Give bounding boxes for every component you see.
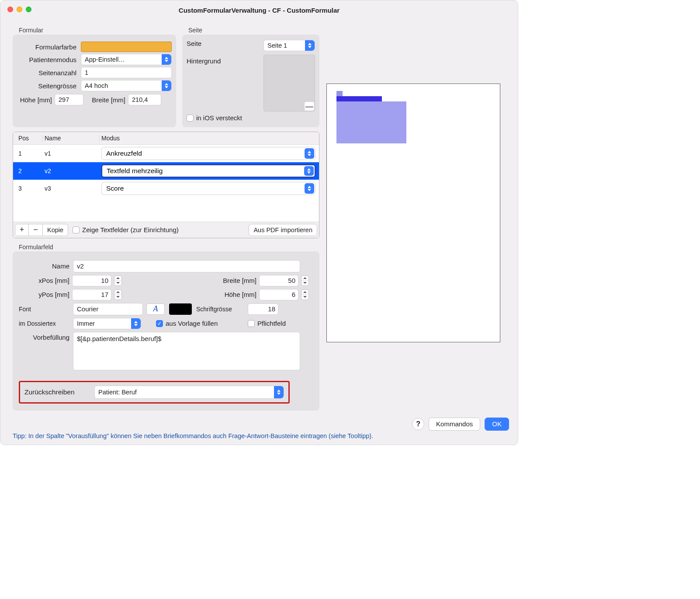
col-pos[interactable]: Pos — [17, 135, 43, 142]
feld-name-input[interactable]: v2 — [73, 260, 300, 272]
hintergrund-label: Hintergrund — [187, 57, 229, 65]
dialog-footer: ? Kommandos OK — [0, 414, 518, 432]
breite-label: Breite [mm] — [86, 96, 125, 104]
xpos-label: xPos [mm] — [19, 277, 69, 284]
cell-name: v2 — [43, 167, 100, 174]
window-title: CustomFormularVerwaltung - CF - CustomFo… — [179, 7, 340, 14]
chevrons-icon — [305, 148, 314, 159]
in-ios-checkbox[interactable]: in iOS versteckt — [187, 114, 242, 122]
seite-group: Seite Seite Seite 1 Hintergrund — — [182, 35, 319, 127]
kommandos-button[interactable]: Kommandos — [429, 418, 480, 431]
seitenanzahl-input[interactable]: 1 — [81, 67, 172, 78]
window-controls — [7, 7, 31, 12]
schriftgroesse-label: Schriftgrösse — [196, 306, 244, 313]
formular-legend: Formular — [17, 27, 45, 34]
seitengroesse-value: A4 hoch — [85, 82, 108, 89]
aus-vorlage-checkbox[interactable]: ✓ aus Vorlage füllen — [156, 320, 233, 327]
feld-breite-label: Breite [mm] — [211, 277, 256, 284]
fields-table: Pos Name Modus 1 v1 Ankreuzfeld 2 — [13, 132, 319, 238]
ypos-stepper[interactable] — [114, 289, 122, 300]
formularfarbe-swatch[interactable] — [81, 42, 172, 52]
feld-name-label: Name — [19, 262, 69, 270]
import-pdf-button[interactable]: Aus PDF importieren — [249, 224, 317, 236]
schriftgroesse-input[interactable]: 18 — [248, 303, 278, 315]
ok-button[interactable]: OK — [485, 418, 509, 431]
formular-group: Formular Formularfarbe Patientenmodus Ap… — [13, 35, 176, 127]
dossier-select[interactable]: Immer — [73, 318, 141, 329]
chevrons-icon — [305, 40, 315, 51]
cell-pos: 2 — [17, 167, 43, 174]
seite-value: Seite 1 — [267, 42, 287, 49]
checkbox-icon — [73, 226, 80, 233]
minimize-icon[interactable] — [17, 7, 22, 12]
hoehe-stepper[interactable] — [301, 289, 309, 300]
chevrons-icon — [304, 166, 314, 176]
breite-stepper[interactable] — [301, 275, 309, 286]
row-modus-select[interactable]: Score — [101, 182, 315, 195]
breite-input[interactable]: 210,4 — [128, 94, 161, 105]
hintergrund-remove-button[interactable]: — — [304, 101, 315, 111]
chevrons-icon — [274, 386, 284, 398]
zurueckschreiben-select[interactable]: Patient: Beruf — [94, 386, 284, 399]
col-name[interactable]: Name — [43, 135, 100, 142]
formularfeld-legend: Formularfeld — [17, 244, 55, 251]
xpos-stepper[interactable] — [114, 275, 122, 286]
vorbefuellung-textarea[interactable]: $[&p.patientenDetails.beruf]$ — [73, 332, 300, 370]
patientenmodus-select[interactable]: App-Einstell… — [81, 54, 172, 65]
font-input[interactable]: Courier — [73, 303, 143, 315]
dossier-label: im Dossiertex — [19, 320, 69, 327]
seite-label: Seite — [187, 40, 229, 47]
close-icon[interactable] — [7, 7, 13, 12]
seitengroesse-label: Seitengrösse — [17, 82, 78, 90]
table-row[interactable]: 1 v1 Ankreuzfeld — [13, 145, 319, 162]
table-row[interactable]: 3 v3 Score — [13, 180, 319, 197]
tip-text: Tipp: In der Spalte "Vorausfüllung" könn… — [0, 432, 518, 445]
row-modus-select[interactable]: Textfeld mehrzeilig — [101, 164, 315, 178]
add-row-button[interactable]: + — [15, 224, 29, 236]
titlebar: CustomFormularVerwaltung - CF - CustomFo… — [0, 0, 518, 20]
feld-breite-input[interactable]: 50 — [259, 275, 298, 286]
copy-row-button[interactable]: Kopie — [43, 224, 68, 236]
seitengroesse-select[interactable]: A4 hoch — [81, 80, 172, 91]
ypos-input[interactable]: 17 — [72, 289, 111, 300]
cell-pos: 3 — [17, 185, 43, 192]
zoom-icon[interactable] — [26, 7, 31, 12]
pflichtfeld-checkbox[interactable]: Pflichtfeld — [248, 320, 313, 327]
font-label: Font — [19, 306, 69, 313]
row-modus-select[interactable]: Ankreuzfeld — [101, 147, 315, 160]
table-empty-area — [13, 197, 319, 222]
cell-pos: 1 — [17, 150, 43, 157]
cell-name: v1 — [43, 150, 100, 157]
zeige-textfelder-checkbox[interactable]: Zeige Textfelder (zur Einrichtung) — [73, 226, 179, 233]
hoehe-label: Höhe [mm] — [17, 96, 52, 104]
help-button[interactable]: ? — [412, 418, 424, 430]
remove-row-button[interactable]: − — [29, 224, 43, 236]
seitenanzahl-label: Seitenanzahl — [17, 69, 78, 77]
seite-select[interactable]: Seite 1 — [263, 40, 315, 51]
preview-field-v1 — [336, 91, 343, 96]
font-picker-button[interactable]: A — [146, 303, 165, 315]
page-preview[interactable] — [326, 84, 500, 342]
feld-hoehe-label: Höhe [mm] — [211, 291, 256, 298]
xpos-input[interactable]: 10 — [72, 275, 111, 286]
patientenmodus-value: App-Einstell… — [85, 56, 125, 63]
preview-field-v3 — [336, 101, 406, 143]
seite-legend: Seite — [187, 27, 204, 34]
ypos-label: yPos [mm] — [19, 291, 69, 298]
feld-hoehe-input[interactable]: 6 — [259, 289, 298, 300]
preview-field-v2 — [336, 96, 382, 101]
in-ios-label: in iOS versteckt — [196, 114, 242, 122]
checkbox-icon — [187, 115, 194, 122]
hoehe-input[interactable]: 297 — [55, 94, 83, 105]
patientenmodus-label: Patientenmodus — [17, 56, 78, 63]
chevrons-icon — [305, 183, 314, 194]
checkbox-icon: ✓ — [156, 320, 163, 327]
col-modus[interactable]: Modus — [100, 135, 315, 142]
app-window: CustomFormularVerwaltung - CF - CustomFo… — [0, 0, 518, 445]
hintergrund-well[interactable]: — — [263, 55, 315, 111]
chevrons-icon — [162, 54, 171, 65]
zurueckschreiben-row: Zurückschreiben Patient: Beruf — [19, 381, 290, 404]
formularfeld-group: Formularfeld Name v2 xPos [mm] 10 Breite… — [13, 251, 319, 411]
table-row[interactable]: 2 v2 Textfeld mehrzeilig — [13, 162, 319, 180]
font-color-swatch[interactable] — [169, 303, 192, 315]
